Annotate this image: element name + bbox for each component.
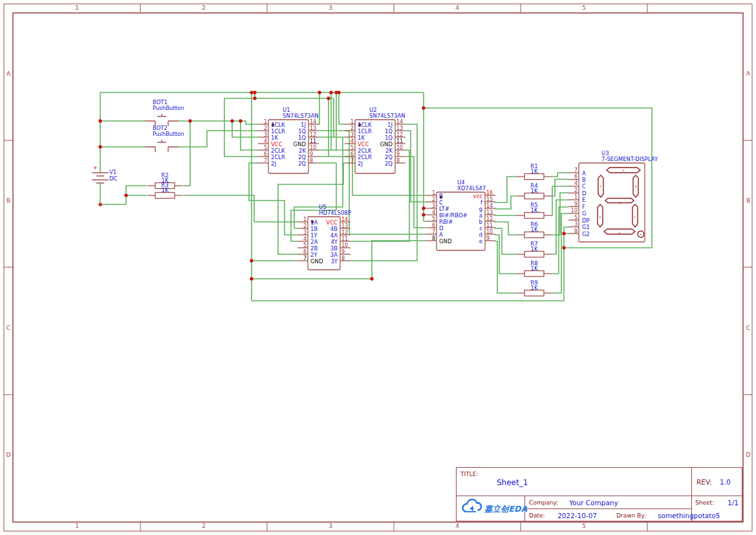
pin-name: 1Q [298,128,306,135]
pin-name: 3Y [330,258,338,265]
component-u2[interactable]: U2SN74LS73AN11CLK21CLR31K4VCC52CLK62CLR7… [345,107,405,173]
pin-number: 14 [310,119,316,125]
pin-number: 11 [341,236,348,242]
pin-name: 2Y [310,252,318,258]
ic-part-label: SN74LS73AN [283,113,319,119]
company-value[interactable]: Your Company [569,499,618,507]
pin-number: 12 [396,132,403,138]
border-col-label: 4 [444,523,470,529]
junction-dot [422,213,425,216]
pin-name: 2Q [385,154,393,160]
resistor-value-label: 1K [162,187,169,193]
pin-number: 4 [432,210,435,215]
pin-name: 1CLK [271,122,285,128]
pin-number: 7 [351,158,354,164]
sheet-value[interactable]: 1/1 [728,499,739,507]
pin-name: c [479,225,482,232]
pin-name: 1A [310,219,318,226]
component-r7[interactable]: R71K [517,241,552,257]
pin-name: RBI# [439,219,453,225]
rev-value[interactable]: 1.0 [720,478,731,486]
component-r9[interactable]: R91K [517,279,552,296]
component-r5[interactable]: R51K [517,202,552,219]
pin-number: 9 [486,235,490,241]
pin-name: B [582,177,586,183]
component-u1[interactable]: U1SN74LS73AN11CLK21CLR31K4VCC52CLK62CLR7… [258,107,319,173]
date-value[interactable]: 2022-10-07 [557,512,597,519]
segment-label: C [634,215,636,219]
pin-number: 12 [486,216,493,222]
pin-number: 7 [303,256,307,261]
pin-number: 3 [432,203,435,209]
pin-number: 11 [310,138,316,144]
pin-name: 1Q [385,135,393,141]
button-part-label: PushButton [153,105,184,111]
pin-name: a [479,212,482,219]
pin-name: 4Y [330,239,338,245]
pin-name: 2Q [298,160,306,167]
pin-name: b [479,219,482,225]
component-u3-display[interactable]: U37-SEGMENT-DISPLAY7A6B4C2D1E9F10G5DP3G1… [568,150,658,242]
pin-number: 13 [396,126,403,131]
pin-number: 1 [351,119,354,125]
junction-dot [422,106,425,109]
border-col-label: 1 [64,5,90,11]
battery-value-label: DC [109,175,118,182]
component-r4[interactable]: R41K [517,182,552,199]
pin-number: 8 [341,256,345,261]
pin-number: 9 [341,249,345,255]
resistor-value-label: 1K [531,265,538,272]
segment-label: A [623,169,625,172]
border-col-label: 5 [571,523,597,529]
pin-name: VCC [358,141,369,147]
resistor-value-label: 1K [531,226,538,233]
component-u5[interactable]: U5HD74LS08P11A21B31Y42A52B62Y7GND14VCC13… [297,204,351,270]
pin-name: 1CLR [271,128,285,135]
drawn-by-label: Drawn By: [616,512,646,519]
pin-number: 14 [396,119,403,125]
junction-dot [253,96,256,100]
pin-number: 7 [574,168,578,173]
pin-name: D [439,225,444,232]
component-bot2[interactable]: BOT2PushButton [145,125,184,152]
pin-name: 1J [301,122,306,128]
component-u4[interactable]: U4XD74LS471B2C3LT#4BI#/RBO#5RBI#6D7A8GND… [426,179,495,250]
pin-number: 15 [486,197,493,202]
pin-name: F [582,204,585,210]
pin-name: B [439,193,443,199]
segment-label: DP [640,234,642,236]
segment-label: D [618,232,620,235]
pin-number: 9 [574,201,578,207]
pin-name: 2CLR [271,154,285,160]
junction-dot [253,91,256,94]
component-r8[interactable]: R81K [517,260,552,277]
junction-dot [98,145,102,148]
pin-number: 6 [264,151,267,157]
pin-number: 11 [486,223,493,228]
drawn-by-value[interactable]: somethingpotato5 [658,512,720,519]
pin-name: E [582,197,585,203]
component-bot1[interactable]: BOT1PushButton [145,99,184,126]
schematic-canvas[interactable]: A F B G E C D DP U1SN74LS73AN11CLK21CLR3… [0,0,756,535]
segment-label: B [635,185,637,188]
sheet-title[interactable]: Sheet_1 [497,478,528,487]
date-label: Date: [529,512,545,519]
component-r6[interactable]: R61K [517,221,552,238]
component-r3[interactable]: R31K [147,182,182,199]
pin-name: G [582,210,587,217]
component-v1-battery[interactable]: +V1DC [92,165,118,204]
title-label: TITLE: [460,471,478,477]
pin-name: BI#/RBO# [439,212,468,219]
pin-name: A [439,232,443,238]
pin-name: 3A [330,252,338,258]
ic-part-label: XD74LS47 [457,185,486,191]
pin-name: C [439,199,443,206]
pin-name: g [479,206,482,212]
component-r1[interactable]: R11K [517,163,552,180]
pin-number: 3 [264,132,267,138]
pin-name: C [582,183,586,190]
pin-number: 1 [303,217,307,223]
pin-number: 1 [432,190,435,196]
junction-dot [98,119,102,122]
pin-name: 2Q [298,154,306,160]
